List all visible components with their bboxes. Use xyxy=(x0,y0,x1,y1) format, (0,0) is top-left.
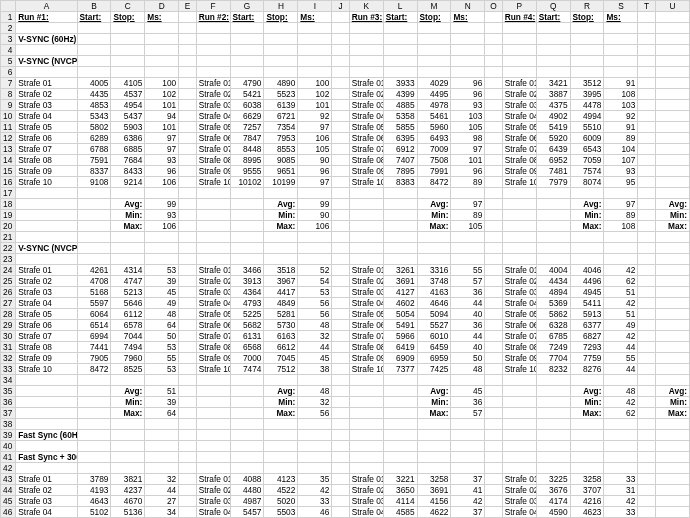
cell[interactable] xyxy=(298,243,332,254)
cell[interactable] xyxy=(485,12,502,23)
cell[interactable] xyxy=(332,232,349,243)
cell[interactable] xyxy=(77,34,111,45)
cell[interactable] xyxy=(179,144,196,155)
cell[interactable]: 6377 xyxy=(570,320,604,331)
cell[interactable] xyxy=(485,67,502,78)
cell[interactable] xyxy=(16,210,77,221)
cell[interactable] xyxy=(485,89,502,100)
cell[interactable]: 9651 xyxy=(264,166,298,177)
cell[interactable]: 5054 xyxy=(383,309,417,320)
cell[interactable] xyxy=(655,375,689,386)
cell[interactable] xyxy=(77,67,111,78)
cell[interactable]: Strafe 01 xyxy=(196,474,230,485)
cell[interactable]: 6163 xyxy=(264,331,298,342)
cell[interactable] xyxy=(655,364,689,375)
cell[interactable] xyxy=(485,56,502,67)
cell[interactable] xyxy=(77,397,111,408)
cell[interactable]: 6568 xyxy=(230,342,264,353)
cell[interactable]: 6131 xyxy=(230,331,264,342)
cell[interactable] xyxy=(570,56,604,67)
cell[interactable]: 96 xyxy=(145,166,179,177)
cell[interactable]: Strafe 04 xyxy=(196,111,230,122)
cell[interactable]: 6139 xyxy=(264,100,298,111)
cell[interactable] xyxy=(16,441,77,452)
row-header[interactable]: 42 xyxy=(1,463,16,474)
cell[interactable] xyxy=(332,364,349,375)
cell[interactable] xyxy=(111,254,145,265)
cell[interactable] xyxy=(502,45,536,56)
cell[interactable]: Strafe 09 xyxy=(196,166,230,177)
cell[interactable] xyxy=(451,430,485,441)
col-header[interactable]: U xyxy=(655,1,689,12)
cell[interactable]: 4375 xyxy=(536,100,570,111)
cell[interactable]: Strafe 09 xyxy=(349,353,383,364)
cell[interactable] xyxy=(298,452,332,463)
cell[interactable] xyxy=(383,45,417,56)
row-header[interactable]: 24 xyxy=(1,265,16,276)
cell[interactable] xyxy=(298,419,332,430)
cell[interactable]: Avg: xyxy=(111,386,145,397)
cell[interactable]: Strafe 02 xyxy=(502,89,536,100)
cell[interactable]: 36 xyxy=(451,287,485,298)
cell[interactable] xyxy=(604,188,638,199)
cell[interactable] xyxy=(570,419,604,430)
cell[interactable]: 4602 xyxy=(383,298,417,309)
cell[interactable] xyxy=(16,67,77,78)
cell[interactable] xyxy=(485,397,502,408)
cell[interactable] xyxy=(230,188,264,199)
cell[interactable] xyxy=(451,243,485,254)
row-header[interactable]: 31 xyxy=(1,342,16,353)
cell[interactable]: Run #1: xyxy=(16,12,77,23)
cell[interactable] xyxy=(230,408,264,419)
cell[interactable]: Strafe 03 xyxy=(502,287,536,298)
cell[interactable]: 5510 xyxy=(570,122,604,133)
cell[interactable] xyxy=(383,452,417,463)
cell[interactable]: 6328 xyxy=(536,320,570,331)
cell[interactable] xyxy=(111,23,145,34)
cell[interactable] xyxy=(332,496,349,507)
cell[interactable] xyxy=(655,12,689,23)
cell[interactable] xyxy=(111,232,145,243)
cell[interactable] xyxy=(16,419,77,430)
cell[interactable] xyxy=(264,452,298,463)
cell[interactable] xyxy=(604,430,638,441)
cell[interactable] xyxy=(230,441,264,452)
cell[interactable]: Strafe 05 xyxy=(16,309,77,320)
cell[interactable] xyxy=(16,23,77,34)
cell[interactable] xyxy=(502,254,536,265)
cell[interactable] xyxy=(179,111,196,122)
cell[interactable] xyxy=(604,419,638,430)
cell[interactable]: 105 xyxy=(451,221,485,232)
cell[interactable]: 4114 xyxy=(383,496,417,507)
cell[interactable] xyxy=(230,199,264,210)
cell[interactable]: 4585 xyxy=(383,507,417,518)
cell[interactable]: Strafe 08 xyxy=(16,342,77,353)
cell[interactable] xyxy=(179,199,196,210)
cell[interactable] xyxy=(485,78,502,89)
cell[interactable] xyxy=(349,408,383,419)
cell[interactable]: 106 xyxy=(145,177,179,188)
cell[interactable]: 53 xyxy=(145,364,179,375)
cell[interactable]: 44 xyxy=(451,331,485,342)
cell[interactable]: 8433 xyxy=(111,166,145,177)
cell[interactable]: 5527 xyxy=(417,320,451,331)
cell[interactable]: Strafe 08 xyxy=(349,342,383,353)
cell[interactable]: 51 xyxy=(145,386,179,397)
cell[interactable] xyxy=(145,45,179,56)
cell[interactable]: 4495 xyxy=(417,89,451,100)
cell[interactable]: Strafe 03 xyxy=(502,100,536,111)
cell[interactable] xyxy=(111,56,145,67)
cell[interactable] xyxy=(196,419,230,430)
cell[interactable]: 7512 xyxy=(264,364,298,375)
cell[interactable]: 7354 xyxy=(264,122,298,133)
cell[interactable] xyxy=(179,507,196,518)
cell[interactable] xyxy=(179,496,196,507)
cell[interactable]: Strafe 07 xyxy=(349,144,383,155)
cell[interactable]: Strafe 10 xyxy=(16,177,77,188)
cell[interactable] xyxy=(196,67,230,78)
cell[interactable]: 4174 xyxy=(536,496,570,507)
cell[interactable]: Strafe 01 xyxy=(502,265,536,276)
row-header[interactable]: 27 xyxy=(1,298,16,309)
cell[interactable] xyxy=(638,463,655,474)
cell[interactable] xyxy=(230,232,264,243)
